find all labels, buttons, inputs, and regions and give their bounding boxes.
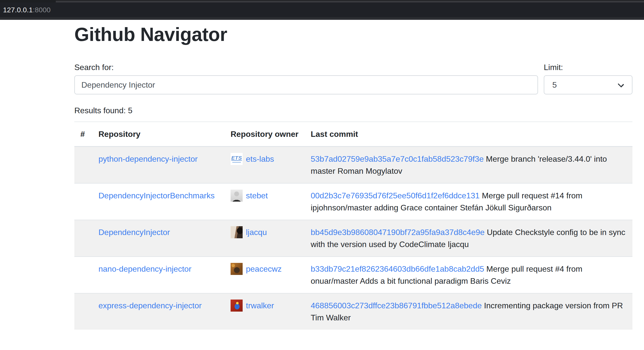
repository-link[interactable]: DependencyInjector	[98, 228, 170, 237]
url-host: 127.0.0.1	[3, 6, 33, 14]
table-row: nano-dependency-injector peacecwz b33db7…	[74, 257, 632, 293]
repository-cell: nano-dependency-injector	[92, 257, 225, 293]
last-commit-cell: 00d2b3c7e76935d76f25ee50f6d1f2ef6ddce131…	[305, 183, 632, 220]
owner-link[interactable]: stebet	[246, 190, 268, 202]
header-repository-owner: Repository owner	[225, 122, 305, 147]
results-table: # Repository Repository owner Last commi…	[74, 122, 632, 330]
url-port: :8000	[33, 6, 51, 14]
last-commit-cell: b33db79c21ef8262364603db66dfe1ab8cab2dd5…	[305, 257, 632, 293]
owner-cell: stebet	[225, 183, 305, 220]
browser-chrome: 127.0.0.1:8000	[0, 0, 644, 20]
owner-cell: ETS ets-labs	[225, 147, 305, 184]
limit-field-group: Limit: 5	[544, 61, 632, 94]
peacecwz-avatar	[231, 263, 243, 275]
table-row: python-dependency-injector ETS ets-labs …	[74, 147, 632, 184]
commit-hash-link[interactable]: 00d2b3c7e76935d76f25ee50f6d1f2ef6ddce131	[311, 191, 480, 200]
repository-cell: DependencyInjector	[92, 220, 225, 257]
commit-hash-link[interactable]: bb45d9e3b98608047190bf72a95fa9a37d8c4e9e	[311, 228, 485, 237]
owner-link[interactable]: trwalker	[246, 300, 274, 312]
browser-toolbar-edge	[0, 17, 644, 20]
commit-hash-link[interactable]: 53b7ad02759e9ab35a7e7c0c1fab58d523c79f3e	[311, 154, 484, 163]
page-content: Github Navigator Search for: Limit: 5 Re…	[0, 20, 644, 330]
last-commit-cell: bb45d9e3b98608047190bf72a95fa9a37d8c4e9e…	[305, 220, 632, 257]
commit-hash-link[interactable]: b33db79c21ef8262364603db66dfe1ab8cab2dd5	[311, 264, 484, 273]
row-index-cell	[74, 183, 92, 220]
commit-hash-link[interactable]: 468856003c273dffce23b86791fbbe512a8ebede	[311, 301, 482, 310]
search-input[interactable]	[74, 75, 538, 94]
header-index: #	[74, 122, 92, 147]
repository-cell: express-dependency-injector	[92, 293, 225, 330]
results-table-header: # Repository Repository owner Last commi…	[74, 122, 632, 147]
stebet-avatar	[231, 190, 243, 202]
repository-link[interactable]: DependencyInjectorBenchmarks	[98, 191, 214, 200]
table-row: express-dependency-injector trwalker 468…	[74, 293, 632, 330]
owner-link[interactable]: peacecwz	[246, 263, 282, 275]
header-last-commit: Last commit	[305, 122, 632, 147]
ljacqu-avatar	[231, 226, 243, 238]
repository-link[interactable]: express-dependency-injector	[98, 301, 202, 310]
repository-link[interactable]: python-dependency-injector	[98, 154, 198, 163]
search-label: Search for:	[74, 61, 538, 73]
repository-cell: DependencyInjectorBenchmarks	[92, 183, 225, 220]
search-field-group: Search for:	[74, 61, 538, 94]
limit-select-value: 5	[552, 80, 557, 90]
repository-link[interactable]: nano-dependency-injector	[98, 264, 191, 273]
last-commit-cell: 53b7ad02759e9ab35a7e7c0c1fab58d523c79f3e…	[305, 147, 632, 184]
table-row: DependencyInjector ljacqu bb45d9e3b98608…	[74, 220, 632, 257]
row-index-cell	[74, 220, 92, 257]
owner-link[interactable]: ljacqu	[246, 226, 267, 238]
owner-link[interactable]: ets-labs	[246, 153, 274, 165]
row-index-cell	[74, 293, 92, 330]
chevron-down-icon	[618, 81, 624, 88]
ets-labs-avatar: ETS	[231, 153, 243, 165]
header-repository: Repository	[92, 122, 225, 147]
row-index-cell	[74, 147, 92, 184]
repository-cell: python-dependency-injector	[92, 147, 225, 184]
owner-cell: ljacqu	[225, 220, 305, 257]
limit-select[interactable]: 5	[544, 75, 632, 94]
trwalker-avatar	[231, 300, 243, 312]
limit-label: Limit:	[544, 61, 632, 73]
owner-cell: peacecwz	[225, 257, 305, 293]
results-count: Results found: 5	[74, 104, 632, 116]
browser-tab-strip	[0, 0, 644, 3]
row-index-cell	[74, 257, 92, 293]
results-table-body: python-dependency-injector ETS ets-labs …	[74, 147, 632, 330]
page-title: Github Navigator	[74, 23, 632, 45]
search-form: Search for: Limit: 5	[74, 61, 632, 94]
last-commit-cell: 468856003c273dffce23b86791fbbe512a8ebede…	[305, 293, 632, 330]
owner-cell: trwalker	[225, 293, 305, 330]
table-row: DependencyInjectorBenchmarks stebet 00d2…	[74, 183, 632, 220]
browser-address-bar[interactable]: 127.0.0.1:8000	[0, 3, 644, 17]
